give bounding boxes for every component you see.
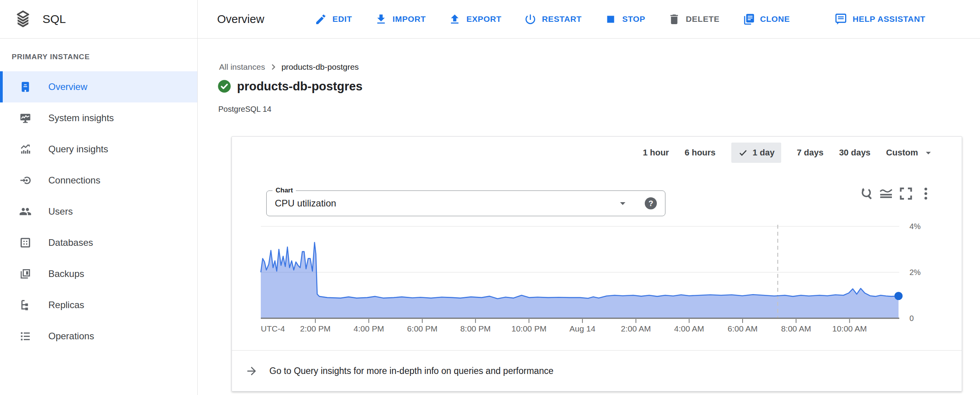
- sidebar-item-connections[interactable]: Connections: [0, 165, 197, 196]
- sidebar-item-label: Query insights: [48, 144, 108, 155]
- svg-text:10:00 PM: 10:00 PM: [511, 324, 547, 333]
- main-content: All instances products-db-postgres produ…: [198, 39, 980, 395]
- sql-database-stack-icon: [14, 10, 32, 28]
- caret-down-icon: [924, 148, 933, 157]
- sidebar-item-label: Users: [48, 206, 73, 217]
- sidebar-item-label: Backups: [48, 268, 84, 279]
- metrics-card: 1 hour 6 hours 1 day 7 days 30 days Cust…: [232, 136, 962, 391]
- range-7-days[interactable]: 7 days: [797, 148, 824, 158]
- sidebar-item-system-insights[interactable]: System insights: [0, 102, 197, 134]
- sidebar-item-label: System insights: [48, 113, 114, 123]
- download-icon: [375, 13, 387, 26]
- sidebar-item-operations[interactable]: Operations: [0, 321, 197, 352]
- breadcrumb-current: products-db-postgres: [281, 62, 359, 72]
- product-name: SQL: [42, 12, 66, 26]
- range-1-hour[interactable]: 1 hour: [643, 148, 669, 158]
- sidebar: PRIMARY INSTANCE Overview System insight…: [0, 39, 198, 395]
- query-insights-link-row[interactable]: Go to Query insights for more in-depth i…: [232, 350, 962, 391]
- svg-text:0: 0: [909, 314, 914, 323]
- product-brand: SQL: [0, 0, 198, 38]
- sidebar-item-query-insights[interactable]: Query insights: [0, 134, 197, 165]
- instance-name: products-db-postgres: [237, 79, 363, 93]
- breadcrumb-all-instances[interactable]: All instances: [219, 62, 265, 72]
- svg-text:8:00 AM: 8:00 AM: [781, 324, 811, 333]
- restart-button[interactable]: RESTART: [513, 13, 593, 26]
- users-icon: [19, 205, 32, 218]
- svg-text:UTC-4: UTC-4: [261, 324, 285, 333]
- svg-text:10:00 AM: 10:00 AM: [832, 324, 867, 333]
- svg-text:Aug 14: Aug 14: [570, 324, 596, 333]
- connections-icon: [19, 174, 32, 187]
- clone-icon: [742, 13, 755, 26]
- upload-icon: [448, 13, 461, 26]
- svg-text:4%: 4%: [909, 222, 921, 231]
- sidebar-item-users[interactable]: Users: [0, 196, 197, 227]
- svg-text:6:00 AM: 6:00 AM: [727, 324, 757, 333]
- range-6-hours[interactable]: 6 hours: [685, 148, 715, 158]
- trash-icon: [668, 13, 681, 26]
- cloud-sql-overview-page: SQL Overview EDIT IMPORT EXPORT: [0, 0, 980, 395]
- sidebar-item-label: Replicas: [48, 300, 84, 310]
- svg-text:6:00 PM: 6:00 PM: [407, 324, 437, 333]
- sidebar-item-label: Connections: [48, 175, 100, 186]
- range-30-days[interactable]: 30 days: [839, 148, 870, 158]
- power-icon: [524, 13, 537, 26]
- svg-text:2:00 PM: 2:00 PM: [300, 324, 331, 333]
- arrow-forward-icon: [245, 365, 258, 377]
- zoom-reset-icon[interactable]: [858, 186, 874, 201]
- sidebar-item-backups[interactable]: Backups: [0, 258, 197, 289]
- instance-actions: EDIT IMPORT EXPORT RESTART STOP: [303, 12, 937, 26]
- svg-text:4:00 AM: 4:00 AM: [674, 324, 704, 333]
- sidebar-item-overview[interactable]: Overview: [0, 71, 197, 102]
- databases-icon: [19, 236, 32, 249]
- sidebar-item-label: Overview: [48, 81, 87, 92]
- import-button[interactable]: IMPORT: [363, 13, 437, 26]
- page-title: Overview: [217, 13, 264, 26]
- chevron-right-icon: [268, 62, 278, 72]
- breadcrumb: All instances products-db-postgres: [219, 62, 359, 72]
- overview-icon: [19, 80, 32, 93]
- healthy-check-icon: [217, 79, 232, 94]
- help-assistant-button[interactable]: HELP ASSISTANT: [823, 12, 937, 26]
- sidebar-item-replicas[interactable]: Replicas: [0, 289, 197, 321]
- svg-text:8:00 PM: 8:00 PM: [460, 324, 491, 333]
- stop-icon: [604, 13, 617, 26]
- more-vert-icon[interactable]: [918, 186, 934, 201]
- query-insights-icon: [19, 143, 32, 156]
- sidebar-section-title: PRIMARY INSTANCE: [0, 39, 197, 61]
- top-bar: SQL Overview EDIT IMPORT EXPORT: [0, 0, 980, 39]
- system-insights-icon: [19, 111, 32, 125]
- sidebar-item-label: Operations: [48, 331, 94, 342]
- top-bar-main: Overview EDIT IMPORT EXPORT RESTART: [198, 0, 980, 38]
- chat-icon: [834, 12, 847, 26]
- database-engine-version: PostgreSQL 14: [218, 105, 271, 114]
- delete-button[interactable]: DELETE: [656, 13, 731, 26]
- svg-text:2%: 2%: [909, 268, 921, 277]
- edit-button[interactable]: EDIT: [303, 13, 363, 26]
- instance-title-row: products-db-postgres: [217, 79, 363, 94]
- check-icon: [738, 148, 748, 158]
- export-button[interactable]: EXPORT: [437, 13, 513, 26]
- svg-text:2:00 AM: 2:00 AM: [621, 324, 651, 333]
- sidebar-item-databases[interactable]: Databases: [0, 227, 197, 258]
- pencil-icon: [315, 13, 327, 26]
- operations-icon: [19, 330, 32, 343]
- chart-select-label: Chart: [272, 187, 296, 194]
- range-custom[interactable]: Custom: [886, 148, 933, 158]
- replicas-icon: [19, 298, 32, 312]
- fullscreen-icon[interactable]: [898, 186, 914, 201]
- range-1-day[interactable]: 1 day: [731, 143, 781, 163]
- cpu-utilization-chart: 02%4%2:00 PM4:00 PM6:00 PM8:00 PM10:00 P…: [232, 206, 962, 339]
- sidebar-nav: Overview System insights Query insights …: [0, 71, 197, 352]
- backups-icon: [19, 267, 32, 280]
- time-range-selector: 1 hour 6 hours 1 day 7 days 30 days Cust…: [643, 141, 933, 164]
- chart-toolbar: [858, 186, 934, 201]
- svg-text:4:00 PM: 4:00 PM: [354, 324, 384, 333]
- clone-button[interactable]: CLONE: [731, 13, 801, 26]
- area-chart-icon[interactable]: [878, 186, 894, 201]
- query-insights-link-text: Go to Query insights for more in-depth i…: [269, 366, 554, 376]
- sidebar-item-label: Databases: [48, 237, 93, 248]
- stop-button[interactable]: STOP: [593, 13, 656, 26]
